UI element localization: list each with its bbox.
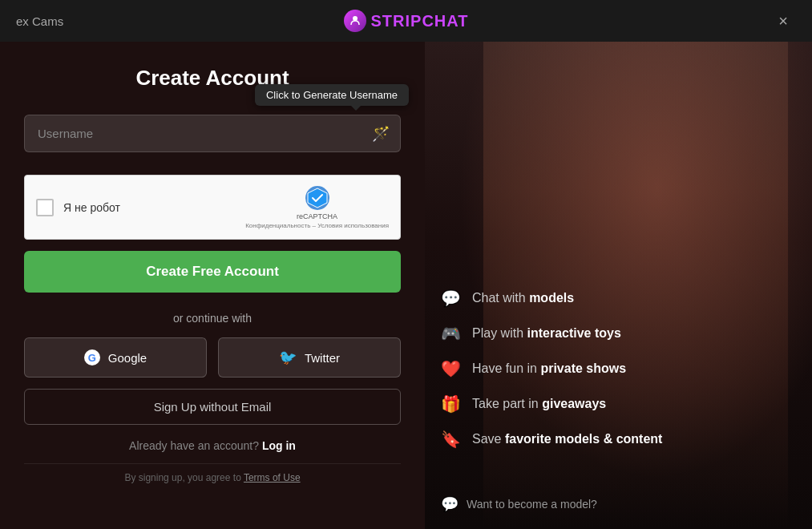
- google-login-button[interactable]: G Google: [24, 337, 207, 378]
- become-model-icon: 💬: [441, 495, 459, 513]
- google-label: Google: [108, 351, 147, 365]
- modal-container: Create Account Click to Generate Usernam…: [0, 42, 812, 529]
- benefit-toys-text: Play with interactive toys: [472, 326, 621, 341]
- benefit-giveaway-text: Take part in giveaways: [472, 397, 606, 411]
- recaptcha-checkbox[interactable]: [36, 199, 54, 216]
- wand-icon[interactable]: 🪄: [372, 125, 390, 143]
- login-prompt: Already have an account? Log in: [129, 439, 296, 452]
- toys-icon: 🎮: [441, 324, 461, 343]
- login-link[interactable]: Log in: [262, 439, 296, 452]
- recaptcha-privacy-text: Конфиденциальность – Условия использован…: [245, 222, 389, 229]
- terms-text: By signing up, you agree to Terms of Use: [24, 463, 401, 483]
- topbar: ex Cams STRIPCHAT ×: [0, 0, 812, 42]
- username-input[interactable]: [24, 115, 401, 152]
- form-panel: Create Account Click to Generate Usernam…: [0, 42, 425, 529]
- logo-text: STRIPCHAT: [371, 12, 469, 30]
- close-button[interactable]: ×: [770, 8, 796, 34]
- google-icon: G: [84, 349, 100, 365]
- recaptcha-brand-text: reCAPTCHA: [297, 212, 337, 220]
- twitter-label: Twitter: [305, 351, 340, 365]
- benefit-private-text: Have fun in private shows: [472, 361, 626, 376]
- benefit-item-chat: 💬 Chat with models: [441, 289, 796, 308]
- twitter-icon: 🐦: [279, 349, 297, 366]
- create-account-button[interactable]: Create Free Account: [24, 251, 401, 293]
- benefit-chat-text: Chat with models: [472, 291, 574, 305]
- benefit-item-private: ❤️ Have fun in private shows: [441, 359, 796, 378]
- private-icon: ❤️: [441, 359, 461, 378]
- become-model-cta[interactable]: 💬 Want to become a model?: [441, 495, 796, 513]
- benefit-save-text: Save favorite models & content: [472, 432, 662, 446]
- benefit-item-save: 🔖 Save favorite models & content: [441, 430, 796, 449]
- site-title: ex Cams: [16, 14, 63, 28]
- svg-point-0: [353, 16, 358, 21]
- login-prompt-text: Already have an account?: [129, 439, 259, 452]
- recaptcha-logo-icon: [305, 185, 330, 211]
- recaptcha-right: reCAPTCHA Конфиденциальность – Условия и…: [245, 185, 389, 229]
- username-input-wrapper: 🪄: [24, 115, 401, 152]
- become-model-text: Want to become a model?: [467, 498, 597, 511]
- username-wrapper: Click to Generate Username 🪄: [24, 115, 401, 152]
- save-icon: 🔖: [441, 430, 461, 449]
- recaptcha-box[interactable]: Я не робот reCAPTCHA Конфиденциальность …: [24, 175, 401, 240]
- social-buttons-row: G Google 🐦 Twitter: [24, 337, 401, 378]
- terms-link[interactable]: Terms of Use: [244, 472, 301, 483]
- benefit-item-giveaway: 🎁 Take part in giveaways: [441, 394, 796, 414]
- chat-icon: 💬: [441, 289, 461, 308]
- or-continue-label: or continue with: [173, 312, 252, 325]
- recaptcha-left: Я не робот: [36, 199, 120, 216]
- image-panel: 💬 Chat with models 🎮 Play with interacti…: [425, 42, 812, 529]
- twitter-login-button[interactable]: 🐦 Twitter: [218, 337, 401, 378]
- logo-icon: [344, 10, 366, 32]
- signup-without-email-button[interactable]: Sign Up without Email: [24, 389, 401, 425]
- giveaway-icon: 🎁: [441, 394, 461, 414]
- username-tooltip: Click to Generate Username: [255, 84, 409, 106]
- benefits-list: 💬 Chat with models 🎮 Play with interacti…: [441, 289, 796, 465]
- recaptcha-label: Я не робот: [63, 201, 120, 214]
- benefit-item-toys: 🎮 Play with interactive toys: [441, 324, 796, 343]
- logo: STRIPCHAT: [344, 10, 469, 32]
